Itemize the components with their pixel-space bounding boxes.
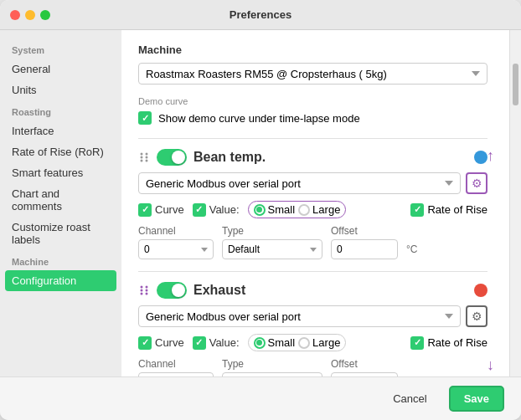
- bean-temp-section: Bean temp. Generic Modbus over serial po…: [138, 138, 487, 259]
- bean-temp-value-checkbox[interactable]: [193, 203, 206, 217]
- main-panel: Machine Roastmax Roasters RM55 @ Cropste…: [121, 30, 509, 376]
- bean-temp-large-option[interactable]: Large: [298, 203, 340, 216]
- bean-temp-ror-label: Rate of Rise: [427, 203, 487, 216]
- bean-temp-options-row: Curve Value: Small: [138, 201, 487, 218]
- close-button[interactable]: [10, 10, 20, 20]
- demo-curve-label: Demo curve: [138, 96, 487, 106]
- machine-select-row: Roastmax Roasters RM55 @ Cropsterhaus ( …: [138, 63, 487, 85]
- exhaust-name: Exhaust: [193, 283, 467, 298]
- bean-temp-port-select[interactable]: Generic Modbus over serial port: [138, 172, 461, 194]
- sidebar-item-smart-features[interactable]: Smart features: [0, 162, 121, 183]
- bean-temp-gear-button[interactable]: ⚙: [466, 172, 487, 194]
- bean-temp-size-radio-group: Small Large: [248, 201, 347, 218]
- exhaust-value-checkbox[interactable]: [193, 336, 206, 350]
- exhaust-type-select[interactable]: Default: [222, 372, 322, 376]
- bean-temp-small-label: Small: [268, 203, 296, 216]
- exhaust-small-option[interactable]: Small: [254, 336, 296, 349]
- svg-point-6: [141, 286, 143, 289]
- bean-temp-ror-checkbox[interactable]: [410, 203, 424, 217]
- bean-temp-name: Bean temp.: [193, 150, 467, 165]
- svg-point-11: [146, 293, 148, 295]
- bean-temp-type-group: Type Default: [222, 225, 322, 259]
- bean-temp-ror-cb[interactable]: Rate of Rise: [410, 203, 487, 217]
- sidebar: System General Units Roasting Interface …: [0, 30, 121, 376]
- svg-point-10: [141, 293, 143, 295]
- exhaust-large-option[interactable]: Large: [298, 336, 340, 349]
- svg-point-5: [146, 160, 148, 162]
- exhaust-large-radio[interactable]: [298, 337, 310, 349]
- sidebar-item-units[interactable]: Units: [0, 79, 121, 100]
- exhaust-size-radio-group: Small Large: [248, 334, 347, 351]
- scrollbar[interactable]: [509, 30, 521, 376]
- exhaust-header: Exhaust: [138, 282, 487, 299]
- exhaust-channel-label: Channel: [138, 358, 214, 370]
- exhaust-type-group: Type Default: [222, 358, 322, 376]
- demo-curve-section: Demo curve Show demo curve under time-la…: [138, 96, 487, 125]
- exhaust-channel-select[interactable]: 0: [138, 372, 214, 376]
- exhaust-offset-input[interactable]: [331, 372, 398, 376]
- svg-point-4: [141, 160, 143, 162]
- preferences-window: Preferences System General Units Roastin…: [0, 0, 521, 420]
- bean-temp-small-option[interactable]: Small: [254, 203, 296, 216]
- minimize-button[interactable]: [25, 10, 35, 20]
- exhaust-small-radio[interactable]: [254, 337, 266, 349]
- bean-temp-curve-label: Curve: [155, 203, 184, 216]
- bean-temp-channel-select[interactable]: 0: [138, 239, 214, 259]
- demo-curve-row: Show demo curve under time-lapse mode: [138, 111, 487, 125]
- exhaust-small-label: Small: [268, 336, 296, 349]
- bean-temp-offset-input[interactable]: [331, 239, 398, 259]
- window-title: Preferences: [230, 8, 291, 21]
- exhaust-small-dot: [256, 340, 262, 346]
- exhaust-curve-checkbox[interactable]: [138, 336, 152, 350]
- sidebar-item-chart-comments[interactable]: Chart and comments: [0, 183, 121, 217]
- exhaust-value-label: Value:: [209, 336, 240, 349]
- bean-temp-type-select[interactable]: Default: [222, 239, 322, 259]
- bean-temp-value-cb[interactable]: Value:: [193, 203, 240, 217]
- bean-temp-channel-label: Channel: [138, 225, 214, 237]
- sidebar-item-general[interactable]: General: [0, 59, 121, 79]
- sidebar-item-interface[interactable]: Interface: [0, 120, 121, 141]
- demo-curve-checkbox[interactable]: [138, 111, 152, 125]
- svg-point-1: [146, 153, 148, 156]
- exhaust-value-cb[interactable]: Value:: [193, 336, 240, 350]
- sidebar-item-ror[interactable]: Rate of Rise (RoR): [0, 141, 121, 162]
- traffic-lights: [10, 10, 50, 20]
- exhaust-gear-button[interactable]: ⚙: [466, 305, 487, 327]
- exhaust-drag-handle[interactable]: [138, 284, 150, 297]
- sidebar-item-customize-labels[interactable]: Customize roast labels: [0, 217, 121, 250]
- maximize-button[interactable]: [40, 10, 50, 20]
- bean-temp-curve-cb[interactable]: Curve: [138, 203, 184, 217]
- exhaust-color-dot: [474, 284, 487, 297]
- exhaust-toggle-knob: [172, 284, 185, 297]
- exhaust-toggle[interactable]: [157, 282, 187, 299]
- scroll-thumb[interactable]: [513, 64, 518, 105]
- exhaust-ror-checkbox[interactable]: [410, 336, 424, 350]
- bean-temp-toggle[interactable]: [157, 149, 187, 166]
- exhaust-port-select[interactable]: Generic Modbus over serial port: [138, 305, 461, 327]
- exhaust-fields-row: Channel 0 Type Default Offset: [138, 358, 487, 376]
- exhaust-curve-cb[interactable]: Curve: [138, 336, 184, 350]
- cancel-button[interactable]: Cancel: [379, 387, 440, 410]
- bean-temp-value-label: Value:: [209, 203, 240, 216]
- bean-temp-drag-handle[interactable]: [138, 151, 150, 164]
- bean-temp-large-radio[interactable]: [298, 204, 310, 216]
- bean-temp-curve-checkbox[interactable]: [138, 203, 152, 217]
- bean-temp-port-row: Generic Modbus over serial port ⚙: [138, 172, 487, 194]
- exhaust-large-label: Large: [312, 336, 340, 349]
- bean-temp-offset-label: Offset: [331, 225, 398, 237]
- demo-curve-text: Show demo curve under time-lapse mode: [158, 112, 360, 125]
- exhaust-offset-group: Offset: [331, 358, 398, 376]
- bean-temp-small-radio[interactable]: [254, 204, 266, 216]
- exhaust-curve-label: Curve: [155, 336, 184, 349]
- exhaust-ror-cb[interactable]: Rate of Rise: [410, 336, 487, 350]
- save-button[interactable]: Save: [449, 386, 504, 412]
- scroll-arrow-down: ↓: [487, 356, 494, 374]
- bean-temp-offset-group: Offset: [331, 225, 398, 259]
- bean-temp-small-dot: [256, 207, 262, 213]
- sidebar-item-configuration[interactable]: Configuration: [5, 270, 116, 291]
- machine-select[interactable]: Roastmax Roasters RM55 @ Cropsterhaus ( …: [138, 63, 487, 85]
- exhaust-ror-label: Rate of Rise: [427, 336, 487, 349]
- exhaust-type-label: Type: [222, 358, 322, 370]
- roasting-section-label: Roasting: [0, 100, 121, 120]
- bean-temp-channel-group: Channel 0: [138, 225, 214, 259]
